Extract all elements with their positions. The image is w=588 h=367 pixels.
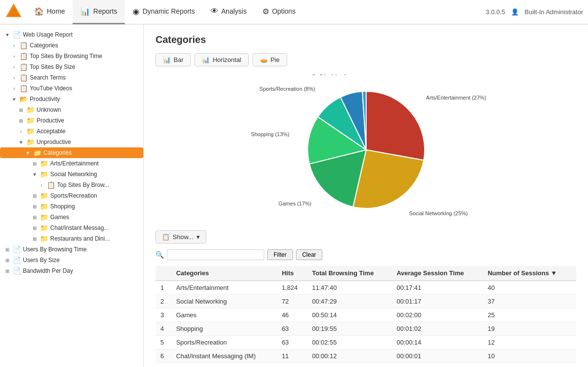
sidebar-item-unknown[interactable]: ⊞ 📁 Unknown	[0, 104, 143, 115]
col-categories[interactable]: Categories	[171, 266, 277, 281]
nav-options[interactable]: ⚙ Options	[255, 0, 303, 24]
tree-label: Search Terms	[30, 74, 66, 81]
nav-dynamic-reports[interactable]: ◉ Dynamic Reports	[125, 0, 202, 24]
tree-node-icon: 📁	[26, 138, 35, 146]
cell-num: 1	[156, 281, 171, 295]
tree-node-icon: 📄	[13, 256, 21, 264]
pie-label: Chat/Instant Messaging (IM) (6%)	[266, 74, 346, 75]
col-total-time[interactable]: Total Browsing Time	[307, 266, 392, 281]
table-row[interactable]: 4 Shopping 63 00:19:55 00:01:02 19	[156, 322, 576, 336]
cell-sessions: 19	[483, 322, 576, 336]
table-row[interactable]: 3 Games 46 00:50:14 00:02:00 25	[156, 308, 576, 322]
table-row[interactable]: 5 Sports/Recreation 63 00:02:55 00:00:14…	[156, 336, 576, 349]
tree-toggle: ›	[11, 43, 18, 48]
tree-toggle: ⊞	[31, 236, 38, 242]
sidebar-item-productivity[interactable]: ▼ 📂 Productivity	[0, 94, 143, 104]
show-label: Show...	[173, 233, 194, 241]
cell-category: Arts/Entertainment	[171, 281, 277, 295]
tree-toggle: ⊞	[31, 193, 38, 199]
sidebar-item-chat[interactable]: ⊞ 📁 Chat/Instant Messag...	[0, 223, 143, 233]
filter-row: 🔍 Filter Clear	[156, 249, 576, 260]
cell-hits: 7	[277, 363, 307, 367]
nav-reports[interactable]: 📊 Reports	[73, 0, 125, 24]
tree-node-icon: 📋	[47, 181, 55, 189]
nav-home[interactable]: 🏠 Home	[26, 0, 73, 24]
table-icon: 📋	[162, 233, 170, 241]
col-hits[interactable]: Hits	[277, 266, 307, 281]
sidebar-item-arts[interactable]: ⊞ 📁 Arts/Entertainment	[0, 158, 143, 169]
nav-right: 3.0.0.5 👤 Built-In Administrator	[486, 8, 583, 16]
nav-analysis[interactable]: 👁 Analysis	[203, 0, 255, 24]
tree-toggle: ▼	[4, 32, 11, 38]
sidebar-item-games[interactable]: ⊞ 📁 Games	[0, 212, 143, 223]
sidebar-item-search-terms[interactable]: › 📋 Search Terms	[0, 72, 143, 83]
table-row[interactable]: 2 Social Networking 72 00:47:29 00:01:17…	[156, 295, 576, 308]
cell-total-time: 00:19:55	[307, 322, 392, 336]
cell-sessions: 25	[483, 308, 576, 322]
table-row[interactable]: 1 Arts/Entertainment 1,824 11:47:40 00:1…	[156, 281, 576, 295]
tree-node-icon: 📁	[40, 235, 48, 243]
app-logo	[5, 2, 22, 21]
col-avg-time[interactable]: Average Session Time	[392, 266, 483, 281]
sidebar-item-top-sites-browsing[interactable]: › 📋 Top Sites By Browsing Time	[0, 51, 143, 61]
table-row[interactable]: 7 Restaurants and Dining 7 00:01:59 00:0…	[156, 363, 576, 367]
tree-node-icon: 📁	[40, 203, 48, 210]
sidebar-item-acceptable[interactable]: › 📁 Acceptable	[0, 126, 143, 137]
app-version: 3.0.0.5	[486, 8, 505, 16]
sidebar-tree: ▼ 📄 Web Usage Report › 📋 Categories › 📋 …	[0, 29, 143, 276]
filter-button[interactable]: Filter	[267, 249, 293, 260]
cell-sessions: 37	[483, 295, 576, 308]
filter-input[interactable]	[167, 249, 264, 260]
sidebar-item-top-sites-social[interactable]: › 📋 Top Sites By Brow...	[0, 180, 143, 190]
tree-toggle: ›	[11, 75, 18, 81]
sidebar-item-shopping[interactable]: ⊞ 📁 Shopping	[0, 201, 143, 212]
tree-label: Shopping	[50, 203, 75, 210]
dropdown-arrow-icon: ▾	[196, 233, 200, 241]
nav-items: 🏠 Home 📊 Reports ◉ Dynamic Reports 👁 Ana…	[26, 0, 486, 24]
tree-label: Users By Browsing Time	[23, 246, 87, 253]
col-sessions[interactable]: Number of Sessions ▼	[483, 266, 576, 281]
tree-node-icon: 📋	[20, 41, 28, 49]
search-icon: 🔍	[156, 251, 164, 259]
cell-category: Shopping	[171, 322, 277, 336]
show-button[interactable]: 📋 Show... ▾	[156, 230, 206, 244]
sidebar-item-users-size[interactable]: ⊞ 📄 Users By Size	[0, 255, 143, 265]
cell-num: 3	[156, 308, 171, 322]
user-icon: 👤	[511, 8, 519, 16]
main-layout: ▼ 📄 Web Usage Report › 📋 Categories › 📋 …	[0, 24, 588, 367]
horizontal-chart-icon: 📊	[202, 56, 210, 63]
nav-reports-label: Reports	[93, 7, 117, 15]
cell-total-time: 00:50:14	[307, 308, 392, 322]
cell-hits: 63	[277, 322, 307, 336]
tree-node-icon: 📋	[20, 84, 28, 92]
tree-label: Sports/Recreation	[50, 192, 97, 199]
pie-label: Arts/Entertainment (27%)	[426, 95, 486, 101]
pie-chart-icon: 🥧	[260, 56, 268, 63]
tree-toggle: ›	[11, 64, 18, 70]
sidebar-item-sports[interactable]: ⊞ 📁 Sports/Recreation	[0, 190, 143, 201]
chart-tab-bar[interactable]: 📊 Bar	[156, 53, 191, 66]
sidebar-item-unproductive[interactable]: ▼ 📁 Unproductive	[0, 137, 143, 147]
sidebar-item-categories[interactable]: › 📋 Categories	[0, 40, 143, 51]
sidebar-item-social-networking[interactable]: ▼ 📁 Social Networking	[0, 169, 143, 180]
clear-button[interactable]: Clear	[296, 249, 323, 260]
sidebar-item-youtube[interactable]: › 📋 YouTube Videos	[0, 83, 143, 94]
sidebar-item-web-usage[interactable]: ▼ 📄 Web Usage Report	[0, 29, 143, 40]
cell-hits: 46	[277, 308, 307, 322]
chart-tab-horizontal[interactable]: 📊 Horizontal	[195, 53, 249, 66]
sidebar-item-bandwidth[interactable]: ⊞ 📄 Bandwidth Per Day	[0, 265, 143, 276]
table-row[interactable]: 6 Chat/Instant Messaging (IM) 11 00:00:1…	[156, 349, 576, 363]
sidebar-item-top-sites-size[interactable]: › 📋 Top Sites By Size	[0, 61, 143, 72]
sidebar-item-categories-selected[interactable]: ▼ 📁 Categories	[0, 147, 143, 158]
nav-dynamic-reports-label: Dynamic Reports	[142, 7, 195, 15]
tree-toggle: ›	[38, 183, 45, 188]
bar-chart-icon: 📊	[163, 56, 171, 63]
sidebar-item-users-browsing[interactable]: ⊞ 📄 Users By Browsing Time	[0, 244, 143, 255]
chart-tab-pie[interactable]: 🥧 Pie	[253, 53, 287, 66]
tree-label: Social Networking	[50, 171, 97, 178]
sidebar-item-productive[interactable]: ⊞ 📁 Productive	[0, 115, 143, 126]
cell-category: Sports/Recreation	[171, 336, 277, 349]
pie-chart: Arts/Entertainment (27%)Social Networkin…	[230, 74, 503, 221]
tree-label: Unproductive	[37, 139, 71, 145]
sidebar-item-restaurants[interactable]: ⊞ 📁 Restaurants and Dini...	[0, 233, 143, 244]
